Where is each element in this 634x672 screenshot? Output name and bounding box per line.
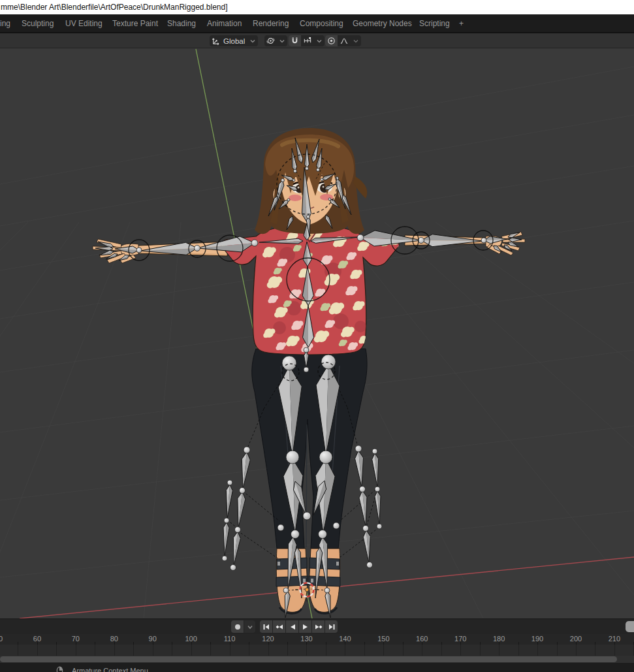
status-bar: Armature Context Menu [0,663,634,672]
playback-controls [260,620,338,633]
track-gridline [18,645,18,656]
head [255,128,367,234]
track-gridline [383,645,384,656]
track-gridline [441,645,442,656]
timeline-track[interactable] [0,645,634,656]
track-gridline [230,645,230,656]
workspace-tab-rendering[interactable]: Rendering [253,14,289,33]
blush [289,195,302,201]
chevron-down-icon [247,35,258,46]
workspace-tab-texture-paint[interactable]: Texture Paint [112,14,158,33]
next-keyframe-button[interactable] [312,620,325,633]
auto-keying-group [231,620,255,633]
jump-to-end-button[interactable] [325,620,338,633]
workspace-tab-animation[interactable]: Animation [207,14,242,33]
track-gridline [172,645,172,656]
track-gridline [460,645,461,656]
chevron-down-icon [314,35,325,46]
proportional-editing-icon[interactable] [325,35,338,46]
track-gridline [191,645,192,656]
chevron-down-icon [351,35,361,46]
track-gridline [326,645,326,656]
timeline-vscrollbar[interactable] [626,621,634,632]
track-gridline [114,645,115,656]
transform-orientation-dropdown[interactable]: Global [210,35,258,46]
workspace-tab-sculpting[interactable]: Sculpting [22,14,54,33]
proportional-editing-controls[interactable] [325,35,361,46]
add-workspace-button[interactable]: + [459,14,464,33]
track-gridline [95,645,95,656]
play-reverse-button[interactable] [286,620,298,633]
auto-key-options-button[interactable] [244,620,255,633]
track-gridline [557,645,558,656]
workspace-tab-compositing[interactable]: Compositing [300,14,343,33]
track-gridline [480,645,481,656]
transform-orientation-label: Global [222,37,247,45]
track-gridline [537,645,538,656]
pivot-point-icon [264,35,277,46]
3d-viewport[interactable] [0,48,634,618]
status-context-label: Armature Context Menu [72,667,148,672]
track-gridline [576,645,577,656]
track-gridline [364,645,365,656]
window-titlebar[interactable]: mme\Blender Art\Blenderfile\ArtOfPeace\D… [0,0,634,14]
timeline-hscrollbar[interactable] [0,656,634,663]
track-gridline [76,645,76,656]
track-gridline [249,645,249,656]
mouse-rmb-icon [56,666,63,672]
hscrollbar-thumb[interactable] [0,656,617,662]
track-gridline [287,645,288,656]
workspace-tab-shading[interactable]: Shading [167,14,196,33]
window-title: mme\Blender Art\Blenderfile\ArtOfPeace\D… [0,3,228,12]
snap-target-icon[interactable] [301,35,314,46]
track-gridline [403,645,404,656]
workspace-tab-uv-editing[interactable]: UV Editing [65,14,103,33]
transform-orientation-icon [210,35,222,46]
play-forward-button[interactable] [299,620,311,633]
prev-keyframe-button[interactable] [273,620,285,633]
track-gridline [499,645,499,656]
snapping-controls[interactable] [289,35,325,46]
timeline-header [0,618,634,634]
chevron-down-icon [277,35,287,46]
track-gridline [422,645,422,656]
track-gridline [37,645,38,656]
workspace-tab-ing[interactable]: ing [0,14,10,33]
track-gridline [306,645,307,656]
track-gridline [56,645,57,656]
workspace-tab-geometry-nodes[interactable]: Geometry Nodes [353,14,412,33]
track-gridline [153,645,153,656]
snap-magnet-icon[interactable] [289,35,301,46]
workspace-tab-scripting[interactable]: Scripting [419,14,450,33]
viewport-header: Global [0,33,634,48]
timeline-ruler[interactable]: 5060708090100110120130140150160170180190… [0,634,634,645]
track-gridline [518,645,519,656]
jump-to-start-button[interactable] [260,620,272,633]
sandal-strap [309,576,340,586]
pivot-point-dropdown[interactable] [264,35,287,46]
workspace-tabbar: ingSculptingUV EditingTexture PaintShadi… [0,14,634,33]
track-gridline [614,645,615,656]
track-gridline [268,645,269,656]
track-gridline [210,645,211,656]
track-gridline [345,645,345,656]
track-gridline [133,645,134,656]
auto-key-record-button[interactable] [231,620,244,633]
frame-label: 50 [0,635,3,643]
falloff-curve-icon[interactable] [338,35,351,46]
track-gridline [595,645,595,656]
